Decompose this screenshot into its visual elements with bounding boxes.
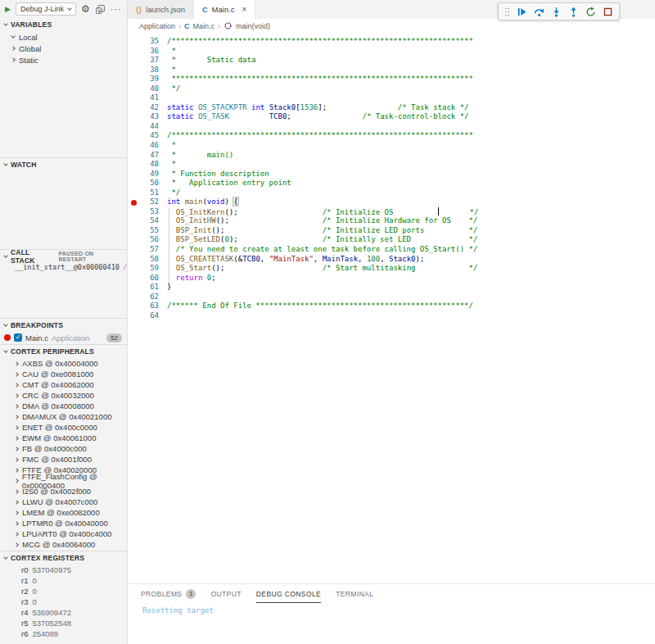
gutter-breakpoint-area[interactable] <box>128 235 139 245</box>
register-item[interactable]: r20 <box>0 586 127 596</box>
code-line[interactable]: 61} <box>128 283 655 293</box>
register-item[interactable]: r4536909472 <box>0 607 127 618</box>
peripheral-item[interactable]: EWM @ 0x40061000 <box>0 433 127 443</box>
code-line[interactable]: 59 OS_Start(); /* Start multitasking */ <box>128 264 655 274</box>
code-line[interactable]: 44 <box>128 122 655 132</box>
code-line[interactable]: 58 OS_CREATETASK(&TCB0, "MainTask", Main… <box>128 255 655 265</box>
code-line[interactable]: 45/*************************************… <box>128 131 655 141</box>
peripheral-item[interactable]: FB @ 0x4000c000 <box>0 443 127 454</box>
start-debugging-icon[interactable]: ▶ <box>5 6 11 13</box>
code-line[interactable]: 43static OS_TASK TCB0; /* Task-control-b… <box>128 112 655 122</box>
peripheral-item[interactable]: LLWU @ 0x4007c000 <box>0 497 127 507</box>
debug-console-output[interactable]: Resetting target <box>128 604 655 615</box>
breakpoint-dot[interactable] <box>128 197 139 207</box>
code-line[interactable]: 63/****** End Of File ******************… <box>128 302 655 311</box>
step-into-button[interactable] <box>551 7 562 17</box>
step-out-button[interactable] <box>568 7 579 17</box>
peripheral-item[interactable]: MCG @ 0x40064000 <box>0 539 127 550</box>
gutter-breakpoint-area[interactable] <box>128 216 139 226</box>
peripheral-item[interactable]: LPUART0 @ 0x400c4000 <box>0 528 127 539</box>
continue-button[interactable] <box>517 7 527 17</box>
code-line[interactable]: 51 */ <box>128 188 655 198</box>
gutter-breakpoint-area[interactable] <box>128 103 139 113</box>
peripheral-item[interactable]: AXBS @ 0x40004000 <box>0 358 127 369</box>
variables-scope-static[interactable]: Static <box>0 54 127 66</box>
code-line[interactable]: 52int main(void) { <box>128 197 655 207</box>
peripheral-item[interactable]: FTFE_FlashConfig @ 0x00000400 <box>0 475 127 486</box>
gear-icon[interactable]: ⚙ <box>81 4 90 14</box>
gutter-breakpoint-area[interactable] <box>128 122 139 132</box>
gutter-breakpoint-area[interactable] <box>128 274 139 283</box>
tab-launch-json[interactable]: {} launch.json <box>128 0 194 19</box>
code-line[interactable]: 42static OS_STACKPTR int Stack0[1536]; /… <box>128 103 655 113</box>
gutter-breakpoint-area[interactable] <box>128 151 139 161</box>
peripheral-item[interactable]: DMAMUX @ 0x40021000 <box>0 411 127 422</box>
code-line[interactable]: 60 return 0; <box>128 274 655 283</box>
code-line[interactable]: 41 <box>128 93 655 103</box>
peripheral-item[interactable]: ENET @ 0x400c0000 <box>0 422 127 433</box>
tab-terminal[interactable]: TERMINAL <box>336 585 373 603</box>
peripheral-item[interactable]: DMA @ 0x40008000 <box>0 401 127 411</box>
gutter-breakpoint-area[interactable] <box>128 293 139 302</box>
register-item[interactable]: r6254089 <box>0 628 127 639</box>
variables-header[interactable]: VARIABLES <box>0 18 127 31</box>
more-actions-icon[interactable]: ··· <box>111 5 122 14</box>
breadcrumb-file[interactable]: Main.c <box>193 22 215 30</box>
code-line[interactable]: 35/*************************************… <box>128 37 655 47</box>
gutter-breakpoint-area[interactable] <box>128 47 139 57</box>
gutter-breakpoint-area[interactable] <box>128 93 139 103</box>
gutter-breakpoint-area[interactable] <box>128 84 139 94</box>
peripherals-header[interactable]: CORTEX PERIPHERALS <box>0 345 127 358</box>
code-line[interactable]: 56 BSP_SetLED(0); /* Initially set LED *… <box>128 235 655 245</box>
peripheral-item[interactable]: FMC @ 0x4001f000 <box>0 454 127 465</box>
register-item[interactable]: r30 <box>0 596 127 607</box>
peripheral-item[interactable]: LMEM @ 0xe0082000 <box>0 507 127 518</box>
code-line[interactable]: 54 OS_InitHW(); /* Initialize Hardware f… <box>128 216 655 226</box>
gutter-breakpoint-area[interactable] <box>128 255 139 265</box>
gutter-breakpoint-area[interactable] <box>128 179 139 188</box>
gutter-breakpoint-area[interactable] <box>128 188 139 198</box>
variables-scope-global[interactable]: Global <box>0 43 127 54</box>
code-line[interactable]: 53 OS_InitKern(); /* Initialize OS */ <box>128 207 655 217</box>
code-line[interactable]: 47 * main() <box>128 151 655 161</box>
breakpoint-checkbox[interactable]: ✓ <box>14 333 22 342</box>
open-window-icon[interactable] <box>95 4 106 15</box>
breakpoints-header[interactable]: BREAKPOINTS <box>0 319 127 332</box>
stack-frame[interactable]: __init_start__@0x00000410 /h... <box>0 263 127 274</box>
register-item[interactable]: r0537040975 <box>0 565 127 575</box>
code-line[interactable]: 38 * <box>128 66 655 75</box>
gutter-breakpoint-area[interactable] <box>128 283 139 293</box>
tab-debug-console[interactable]: DEBUG CONSOLE <box>256 585 321 603</box>
code-line[interactable]: 64 <box>128 311 655 321</box>
peripheral-item[interactable]: CMT @ 0x40062000 <box>0 379 127 390</box>
gutter-breakpoint-area[interactable] <box>128 66 139 75</box>
peripheral-item[interactable]: CRC @ 0x40032000 <box>0 390 127 401</box>
breadcrumb-symbol[interactable]: main(void) <box>236 22 270 30</box>
code-line[interactable]: 39 *************************************… <box>128 75 655 84</box>
gutter-breakpoint-area[interactable] <box>128 56 139 66</box>
code-line[interactable]: 50 * Application entry point <box>128 179 655 188</box>
gutter-breakpoint-area[interactable] <box>128 112 139 122</box>
gutter-breakpoint-area[interactable] <box>128 131 139 141</box>
breakpoint-item[interactable]: ✓ Main.c Application 52 <box>0 332 127 343</box>
gutter-breakpoint-area[interactable] <box>128 141 139 151</box>
code-line[interactable]: 57 /* You need to create at least one ta… <box>128 245 655 255</box>
gutter-breakpoint-area[interactable] <box>128 75 139 84</box>
code-line[interactable]: 46 * <box>128 141 655 151</box>
tab-main-c[interactable]: C Main.c × <box>194 0 255 19</box>
register-item[interactable]: r5537052548 <box>0 618 127 628</box>
code-line[interactable]: 36 * <box>128 47 655 57</box>
gutter-breakpoint-area[interactable] <box>128 302 139 311</box>
code-line[interactable]: 49 * Function description <box>128 170 655 179</box>
variables-scope-local[interactable]: Local <box>0 31 127 43</box>
tab-problems[interactable]: PROBLEMS 1 <box>141 585 196 603</box>
stop-button[interactable] <box>603 7 613 17</box>
gutter-breakpoint-area[interactable] <box>128 207 139 217</box>
peripheral-item[interactable]: CAU @ 0xe0081000 <box>0 369 127 379</box>
register-item[interactable]: r10 <box>0 575 127 586</box>
watch-header[interactable]: WATCH <box>0 158 127 171</box>
call-stack-header[interactable]: CALL STACK PAUSED ON RESTART <box>0 250 127 263</box>
debug-config-dropdown[interactable]: Debug J-Link <box>16 2 76 16</box>
gutter-breakpoint-area[interactable] <box>128 160 139 170</box>
code-editor[interactable]: 35/*************************************… <box>128 33 655 583</box>
